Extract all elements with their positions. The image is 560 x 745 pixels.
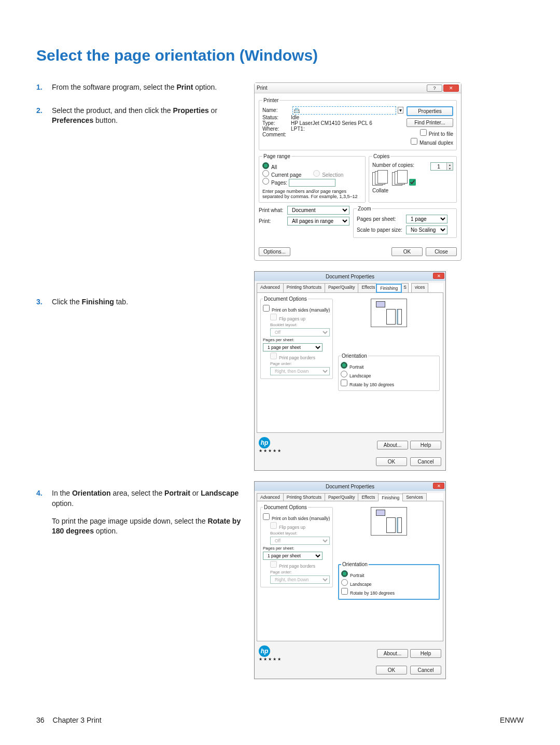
page-range-group: Page range All Current page Selection Pa… xyxy=(259,153,366,203)
tab-finishing[interactable]: Finishing xyxy=(376,284,402,293)
collate-checkbox[interactable] xyxy=(409,179,416,186)
step-3: Click the Finishing tab. xyxy=(36,297,244,307)
tab-paper[interactable]: Paper/Quality xyxy=(325,283,359,292)
find-printer-button[interactable]: Find Printer... xyxy=(407,118,453,127)
help-button[interactable]: Help xyxy=(410,649,441,658)
step-2: Select the product, and then click the P… xyxy=(36,106,244,126)
ok-button[interactable]: OK xyxy=(391,247,423,256)
step-1: From the software program, select the Pr… xyxy=(36,82,244,93)
pages-per-sheet-select[interactable]: 1 page per sheet xyxy=(263,343,323,352)
tab-advanced[interactable]: Advanced xyxy=(257,493,284,501)
step-4: In the Orientation area, select the Port… xyxy=(36,488,244,536)
flip-pages-checkbox xyxy=(270,314,277,320)
copies-group: Copies Number of copies: ▲▼ Collate xyxy=(369,153,457,203)
doc-properties-dialog-1: Document Properties ✕ Advanced Printing … xyxy=(254,271,446,471)
zoom-group: Zoom Pages per sheet:1 page Scale to pap… xyxy=(353,206,457,238)
landscape-radio[interactable] xyxy=(341,371,347,377)
pages-input[interactable] xyxy=(289,179,335,187)
printer-name-select[interactable]: 📇 xyxy=(292,106,396,115)
about-button[interactable]: About... xyxy=(377,441,408,449)
help-window-button[interactable]: ? xyxy=(427,85,442,92)
document-options-group: Document Options Print on both sides (ma… xyxy=(260,296,333,379)
tabstrip: Advanced Printing Shortcuts Paper/Qualit… xyxy=(257,493,443,501)
range-current-radio[interactable] xyxy=(262,170,269,177)
close-window-button[interactable]: ✕ xyxy=(443,85,459,92)
page-order-select: Right, then Down xyxy=(270,367,330,375)
preview-icon xyxy=(371,507,407,536)
tab-shortcuts[interactable]: Printing Shortcuts xyxy=(283,493,325,501)
range-selection-radio xyxy=(313,170,320,177)
step-list: From the software program, select the Pr… xyxy=(36,82,244,537)
about-button[interactable]: About... xyxy=(377,649,408,658)
close-window-button[interactable]: ✕ xyxy=(433,483,444,489)
tab-services-prefix[interactable]: S xyxy=(401,283,409,292)
zoom-pps-select[interactable]: 1 page xyxy=(406,215,447,223)
tab-paper[interactable]: Paper/Quality xyxy=(325,493,359,501)
orientation-group: Orientation Portrait Landscape Rotate by… xyxy=(338,353,440,391)
both-sides-checkbox[interactable] xyxy=(263,305,270,312)
print-to-file-checkbox[interactable] xyxy=(420,129,427,136)
print-range-select[interactable]: All pages in range xyxy=(287,217,349,226)
cancel-button[interactable]: Cancel xyxy=(410,666,441,674)
doc-properties-dialog-2: Document Properties ✕ Advanced Printing … xyxy=(254,481,446,679)
preview-icon xyxy=(371,299,407,327)
dropdown-arrow-icon[interactable]: ▾ xyxy=(398,107,403,114)
rating-icon: ★★★★★ xyxy=(259,448,282,453)
range-pages-radio[interactable] xyxy=(262,178,269,185)
collate-icon xyxy=(372,170,408,186)
page-title: Select the page orientation (Windows) xyxy=(36,47,524,64)
pages-per-sheet-select[interactable]: 1 page per sheet xyxy=(263,552,323,560)
tab-services[interactable]: Services xyxy=(402,493,427,501)
booklet-select: Off xyxy=(270,328,330,336)
chapter-label: Chapter 3 Print xyxy=(53,716,102,724)
portrait-radio[interactable] xyxy=(341,570,348,577)
close-window-button[interactable]: ✕ xyxy=(433,273,444,279)
flip-pages-checkbox xyxy=(270,522,277,529)
portrait-radio[interactable] xyxy=(341,362,347,369)
print-title: Print xyxy=(257,85,268,91)
tab-advanced[interactable]: Advanced xyxy=(257,283,284,292)
options-button[interactable]: Options... xyxy=(259,247,290,256)
range-all-radio[interactable] xyxy=(262,162,269,169)
page-number: 36 xyxy=(36,716,45,724)
tab-services-suffix[interactable]: vices xyxy=(411,283,428,292)
rating-icon: ★★★★★ xyxy=(259,657,282,662)
ok-button[interactable]: OK xyxy=(376,666,407,674)
copies-spinner[interactable]: ▲▼ xyxy=(430,162,453,171)
page-borders-checkbox xyxy=(270,561,277,568)
close-button[interactable]: Close xyxy=(426,247,457,256)
both-sides-checkbox[interactable] xyxy=(263,513,270,520)
tab-effects[interactable]: Effects xyxy=(358,493,379,501)
ok-button[interactable]: OK xyxy=(376,457,407,466)
rotate-checkbox[interactable] xyxy=(341,588,348,595)
page-order-select: Right, then Down xyxy=(270,575,330,584)
hp-logo-icon: hp xyxy=(259,437,270,448)
print-what-select[interactable]: Document xyxy=(287,206,349,215)
printer-group: Printer Name: 📇 ▾ Status:Idle Type:HP La… xyxy=(259,97,457,150)
zoom-scale-select[interactable]: No Scaling xyxy=(406,226,447,234)
print-dialog: Print ? ✕ Printer Name: 📇 ▾ Status:Idle … xyxy=(254,82,461,261)
tabstrip: Advanced Printing Shortcuts Paper/Qualit… xyxy=(257,283,443,293)
hp-logo-icon: hp xyxy=(259,645,270,657)
tab-effects[interactable]: Effects xyxy=(358,283,376,292)
orientation-group: Orientation Portrait Landscape Rotate by… xyxy=(338,561,440,600)
help-button[interactable]: Help xyxy=(410,441,441,449)
cancel-button[interactable]: Cancel xyxy=(410,457,441,466)
document-options-group: Document Options Print on both sides (ma… xyxy=(260,504,333,587)
page-borders-checkbox xyxy=(270,353,277,359)
booklet-select: Off xyxy=(270,537,330,545)
page-footer: 36Chapter 3 Print ENWW xyxy=(36,716,524,724)
rotate-checkbox[interactable] xyxy=(341,379,347,386)
manual-duplex-checkbox[interactable] xyxy=(411,138,417,145)
landscape-radio[interactable] xyxy=(341,579,348,586)
properties-button[interactable]: Properties xyxy=(407,106,453,116)
enww-label: ENWW xyxy=(500,716,524,724)
tab-finishing[interactable]: Finishing xyxy=(378,494,403,501)
tab-shortcuts[interactable]: Printing Shortcuts xyxy=(283,283,325,292)
